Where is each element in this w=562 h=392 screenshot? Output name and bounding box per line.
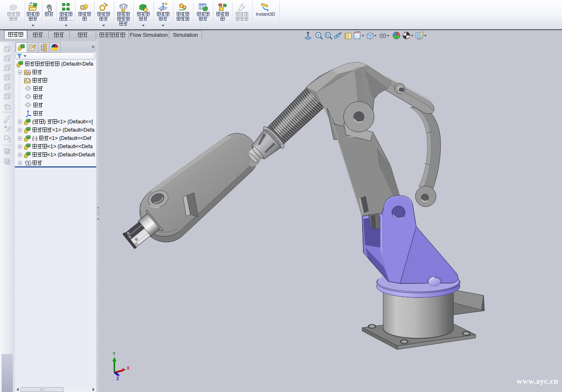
- svg-text:Y: Y: [113, 352, 116, 356]
- svg-text:Z: Z: [116, 376, 119, 381]
- svg-text:X: X: [127, 366, 130, 371]
